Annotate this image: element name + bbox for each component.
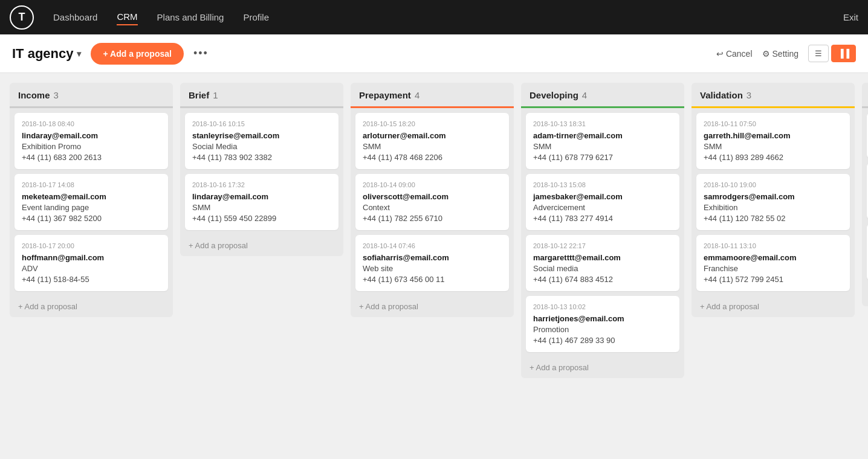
card-phone: +44 (11) 678 779 6217 <box>533 153 672 162</box>
card-date: 2018-10-17 20:00 <box>22 242 161 249</box>
card-email: jamesbaker@email.com <box>533 192 672 201</box>
card-date: 2018-10-14 07:46 <box>363 242 502 249</box>
card-phone: +44 (11) 783 277 4914 <box>533 214 672 223</box>
card-desc: Event landing page <box>22 203 161 212</box>
card-phone: +44 (11) 674 883 4512 <box>533 275 672 284</box>
card-date: 2018-10-10 19:00 <box>704 181 843 188</box>
workspace-name: IT agency <box>12 46 73 62</box>
nav-plans[interactable]: Plans and Billing <box>157 10 224 25</box>
card-email: stanleyrise@email.com <box>192 131 331 140</box>
card-email: garreth.hill@email.com <box>704 131 843 140</box>
add-proposal-validation[interactable]: + Add a proposal <box>691 296 855 317</box>
column-body-payment: 2018-10-... teddy.gr... +44 (11)... 2018… <box>862 108 868 285</box>
card-email: harrietjones@email.com <box>533 314 672 323</box>
column-header-validation: Validation 3 <box>691 83 855 108</box>
add-proposal-income[interactable]: + Add a proposal <box>10 296 173 317</box>
column-label: Income <box>18 90 50 100</box>
column-header-income: Income 3 <box>10 83 173 108</box>
table-row[interactable]: 2018-10-16 17:32 lindaray@email.com SMM … <box>185 174 338 230</box>
card-date: 2018-10-15 18:20 <box>363 120 502 127</box>
card-desc: Web site <box>363 264 502 273</box>
card-date: 2018-10-13 10:02 <box>533 303 672 310</box>
card-phone: +44 (11) 478 468 2206 <box>363 153 502 162</box>
card-date: 2018-10-13 15:08 <box>533 181 672 188</box>
table-row[interactable]: 2018-10-17 14:08 meketeam@email.com Even… <box>15 174 168 230</box>
board: Income 3 2018-10-18 08:40 lindaray@email… <box>0 73 868 459</box>
card-date: 2018-10-16 17:32 <box>192 181 331 188</box>
add-proposal-prepayment[interactable]: + Add a proposal <box>351 296 514 317</box>
card-date: 2018-10-17 14:08 <box>22 181 161 188</box>
nav-dashboard[interactable]: Dashboard <box>53 10 97 25</box>
card-date: 2018-10-11 13:10 <box>704 242 843 249</box>
table-row[interactable]: 2018-10-17 20:00 hoffmann@gmail.com ADV … <box>15 235 168 291</box>
column-body-income: 2018-10-18 08:40 lindaray@email.com Exhi… <box>10 108 173 296</box>
card-desc: Advercicement <box>533 203 672 212</box>
table-row[interactable]: 2018-10-12 22:17 margaretttt@email.com S… <box>526 235 679 291</box>
card-email: hoffmann@gmail.com <box>22 253 161 262</box>
cancel-label: Cancel <box>726 49 753 59</box>
card-email: arloturner@email.com <box>363 131 502 140</box>
column-prepayment: Prepayment 4 2018-10-15 18:20 arloturner… <box>351 83 514 317</box>
table-row[interactable]: 2018-10-14 09:00 oliverscott@email.com C… <box>355 174 509 230</box>
board-view-button[interactable]: ▐▐ <box>831 45 856 62</box>
workspace-title: IT agency ▾ <box>12 46 81 62</box>
table-row[interactable]: 2018-10-10 19:00 samrodgers@email.com Ex… <box>696 174 850 230</box>
card-date: 2018-10-12 22:17 <box>533 242 672 249</box>
cancel-button[interactable]: ↩ Cancel <box>716 49 753 59</box>
sub-header: IT agency ▾ + Add a proposal ••• ↩ Cance… <box>0 34 868 73</box>
card-desc: Exhibition Promo <box>22 142 161 151</box>
card-desc: Promotion <box>533 325 672 334</box>
column-label: Developing <box>530 90 578 100</box>
column-label: Brief <box>189 90 209 100</box>
card-desc: Social Media <box>192 142 331 151</box>
table-row[interactable]: 2018-10-15 18:20 arloturner@email.com SM… <box>355 113 509 169</box>
list-view-button[interactable]: ☰ <box>808 45 829 62</box>
table-row[interactable]: 2018-10-18 08:40 lindaray@email.com Exhi… <box>15 113 168 169</box>
card-desc: ADV <box>22 264 161 273</box>
column-header-developing: Developing 4 <box>521 83 684 108</box>
card-phone: +44 (11) 518-84-55 <box>22 275 161 284</box>
table-row[interactable]: 2018-10-14 07:46 sofiaharris@email.com W… <box>355 235 509 291</box>
card-email: sofiaharris@email.com <box>363 253 502 262</box>
card-phone: +44 (11) 572 799 2451 <box>704 275 843 284</box>
card-phone: +44 (11) 782 255 6710 <box>363 214 502 223</box>
logo[interactable]: T <box>10 5 34 30</box>
card-phone: +44 (11) 120 782 55 02 <box>704 214 843 223</box>
column-header-payment: Payment 3 <box>862 83 868 108</box>
table-row[interactable]: 2018-10-16 10:15 stanleyrise@email.com S… <box>185 113 338 169</box>
card-phone: +44 (11) 367 982 5200 <box>22 214 161 223</box>
column-count: 3 <box>747 90 751 100</box>
table-row[interactable]: 2018-10-11 07:50 garreth.hill@email.com … <box>696 113 850 169</box>
table-row[interactable]: 2018-10-11 13:10 emmamoore@email.com Fra… <box>696 235 850 291</box>
card-desc: Exhibition <box>704 203 843 212</box>
card-email: meketeam@email.com <box>22 192 161 201</box>
card-date: 2018-10-16 10:15 <box>192 120 331 127</box>
table-row[interactable]: 2018-10-13 10:02 harrietjones@email.com … <box>526 296 679 352</box>
top-nav: T Dashboard CRM Plans and Billing Profil… <box>0 0 868 34</box>
setting-button[interactable]: ⚙ Setting <box>762 49 799 59</box>
add-proposal-button[interactable]: + Add a proposal <box>91 43 183 65</box>
table-row[interactable]: 2018-10-13 18:31 adam-tirner@email.com S… <box>526 113 679 169</box>
column-count: 4 <box>415 90 419 100</box>
card-date: 2018-10-11 07:50 <box>704 120 843 127</box>
add-proposal-payment[interactable]: + Add a proposal <box>862 285 868 306</box>
card-email: lindaray@email.com <box>192 192 331 201</box>
more-options-button[interactable]: ••• <box>193 47 209 60</box>
gear-icon: ⚙ <box>762 49 770 59</box>
add-proposal-brief[interactable]: + Add a proposal <box>180 235 343 256</box>
nav-crm[interactable]: CRM <box>117 9 137 25</box>
cancel-icon: ↩ <box>716 49 724 59</box>
nav-profile[interactable]: Profile <box>243 10 269 25</box>
table-row[interactable]: 2018-10-13 15:08 jamesbaker@email.com Ad… <box>526 174 679 230</box>
card-desc: SMM <box>363 142 502 151</box>
column-body-developing: 2018-10-13 18:31 adam-tirner@email.com S… <box>521 108 684 357</box>
column-label: Validation <box>700 90 743 100</box>
card-email: samrodgers@email.com <box>704 192 843 201</box>
column-body-brief: 2018-10-16 10:15 stanleyrise@email.com S… <box>180 108 343 235</box>
card-desc: SMM <box>704 142 843 151</box>
view-toggle: ☰ ▐▐ <box>808 45 856 62</box>
column-header-prepayment: Prepayment 4 <box>351 83 514 108</box>
add-proposal-developing[interactable]: + Add a proposal <box>521 357 684 378</box>
exit-button[interactable]: Exit <box>843 12 858 22</box>
workspace-chevron-icon[interactable]: ▾ <box>77 49 81 59</box>
